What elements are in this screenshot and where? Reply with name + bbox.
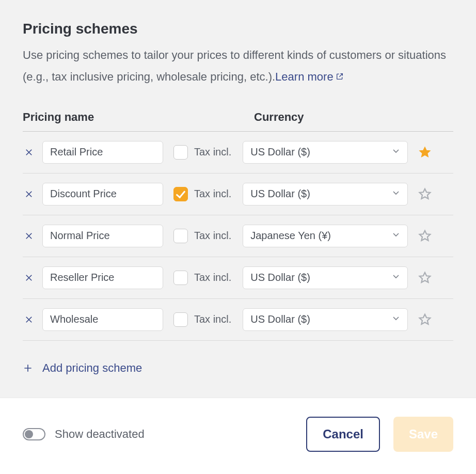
delete-row-button[interactable]: [23, 188, 35, 200]
rows-container: Tax incl.US Dollar ($)Tax incl.US Dollar…: [23, 132, 453, 341]
toggle-label: Show deactivated: [55, 428, 145, 441]
add-pricing-scheme-button[interactable]: Add pricing scheme: [23, 361, 453, 375]
tax-incl-label: Tax incl.: [194, 146, 231, 158]
favorite-star-button[interactable]: [418, 187, 432, 201]
tax-incl-wrap: Tax incl.: [173, 229, 231, 243]
table-row: Tax incl.US Dollar ($): [23, 299, 453, 341]
delete-row-button[interactable]: [23, 313, 35, 326]
pricing-schemes-panel: Pricing schemes Use pricing schemes to t…: [0, 0, 476, 398]
delete-row-button[interactable]: [23, 146, 35, 159]
tax-incl-wrap: Tax incl.: [173, 271, 231, 285]
currency-select[interactable]: US Dollar ($): [243, 266, 408, 289]
currency-value: US Dollar ($): [250, 146, 310, 158]
tax-incl-checkbox[interactable]: [173, 187, 188, 201]
page-title: Pricing schemes: [23, 21, 453, 37]
delete-row-button[interactable]: [23, 230, 35, 242]
toggle-knob: [25, 430, 33, 438]
currency-select[interactable]: US Dollar ($): [243, 141, 408, 164]
tax-incl-wrap: Tax incl.: [173, 312, 231, 327]
column-header-currency: Currency: [254, 110, 304, 124]
pricing-name-input[interactable]: [42, 308, 163, 331]
pricing-name-input[interactable]: [42, 183, 163, 206]
favorite-star-button[interactable]: [418, 271, 432, 285]
currency-value: Japanese Yen (¥): [250, 230, 331, 242]
currency-select[interactable]: Japanese Yen (¥): [243, 225, 408, 247]
pricing-name-input[interactable]: [42, 266, 163, 289]
footer-bar: Show deactivated Cancel Save: [0, 398, 476, 470]
favorite-star-button[interactable]: [418, 146, 432, 159]
page-description: Use pricing schemes to tailor your price…: [23, 44, 453, 88]
tax-incl-checkbox[interactable]: [173, 312, 188, 327]
external-link-icon: [336, 66, 344, 88]
save-button[interactable]: Save: [393, 417, 453, 452]
tax-incl-wrap: Tax incl.: [173, 187, 231, 201]
tax-incl-label: Tax incl.: [194, 313, 231, 325]
add-label: Add pricing scheme: [42, 361, 142, 375]
chevron-down-icon: [391, 229, 401, 242]
pricing-name-input[interactable]: [42, 141, 163, 164]
currency-value: US Dollar ($): [250, 188, 310, 200]
tax-incl-label: Tax incl.: [194, 272, 231, 283]
show-deactivated-toggle[interactable]: [23, 428, 45, 440]
chevron-down-icon: [391, 146, 401, 159]
description-text: Use pricing schemes to tailor your price…: [23, 49, 446, 83]
tax-incl-checkbox[interactable]: [173, 271, 188, 285]
table-row: Tax incl.US Dollar ($): [23, 173, 453, 215]
table-row: Tax incl.US Dollar ($): [23, 132, 453, 173]
show-deactivated-toggle-wrap: Show deactivated: [23, 428, 145, 441]
tax-incl-checkbox[interactable]: [173, 229, 188, 243]
favorite-star-button[interactable]: [418, 229, 432, 243]
plus-icon: [23, 363, 33, 373]
footer-actions: Cancel Save: [306, 417, 453, 452]
tax-incl-checkbox[interactable]: [173, 145, 188, 160]
chevron-down-icon: [391, 187, 401, 200]
table-row: Tax incl.US Dollar ($): [23, 257, 453, 299]
table-row: Tax incl.Japanese Yen (¥): [23, 215, 453, 257]
learn-more-link[interactable]: Learn more: [275, 70, 344, 83]
currency-value: US Dollar ($): [250, 313, 310, 325]
pricing-name-input[interactable]: [42, 225, 163, 247]
delete-row-button[interactable]: [23, 272, 35, 284]
tax-incl-label: Tax incl.: [194, 188, 231, 200]
tax-incl-wrap: Tax incl.: [173, 145, 231, 160]
tax-incl-label: Tax incl.: [194, 230, 231, 242]
currency-value: US Dollar ($): [250, 272, 310, 283]
currency-select[interactable]: US Dollar ($): [243, 183, 408, 206]
favorite-star-button[interactable]: [418, 313, 432, 326]
currency-select[interactable]: US Dollar ($): [243, 308, 408, 331]
column-header-name: Pricing name: [23, 110, 254, 124]
table-header: Pricing name Currency: [23, 110, 453, 132]
chevron-down-icon: [391, 313, 401, 326]
chevron-down-icon: [391, 271, 401, 284]
cancel-button[interactable]: Cancel: [306, 417, 380, 452]
